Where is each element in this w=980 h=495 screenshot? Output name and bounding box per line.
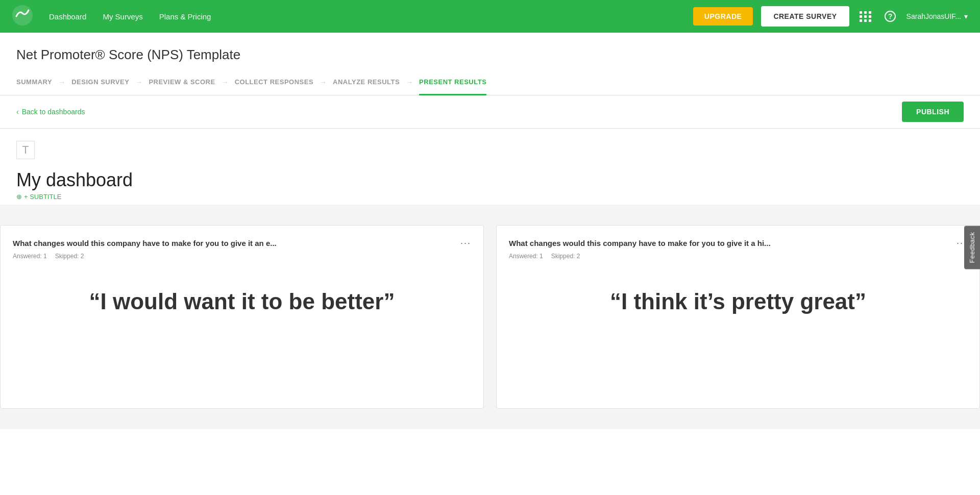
text-icon-row: T <box>16 137 964 163</box>
step-design-survey[interactable]: DESIGN SURVEY <box>71 69 129 95</box>
card-2-question: What changes would this company have to … <box>509 238 950 249</box>
toolbar: ‹ Back to dashboards PUBLISH <box>0 95 980 129</box>
card-1-header: What changes would this company have to … <box>13 238 471 249</box>
page-title: Net Promoter® Score (NPS) Template <box>16 47 964 63</box>
logo[interactable] <box>12 5 33 28</box>
chevron-left-icon: ‹ <box>16 108 19 116</box>
subtitle-label: + SUBTITLE <box>24 193 61 201</box>
dashboard-title: My dashboard <box>16 169 964 191</box>
card-1-quote: “I would want it to be better” <box>13 268 471 328</box>
card-2: What changes would this company have to … <box>496 225 980 409</box>
cards-area: What changes would this company have to … <box>0 205 980 429</box>
card-2-meta: Answered: 1 Skipped: 2 <box>509 253 967 260</box>
create-survey-button[interactable]: CREATE SURVEY <box>761 6 849 27</box>
card-1: What changes would this company have to … <box>0 225 484 409</box>
step-arrow-1: → <box>58 78 65 86</box>
card-2-skipped: Skipped: 2 <box>551 253 580 260</box>
step-preview-score[interactable]: PREVIEW & SCORE <box>149 69 215 95</box>
text-type-icon[interactable]: T <box>16 141 35 159</box>
add-subtitle-link[interactable]: ⊕ + SUBTITLE <box>16 193 964 201</box>
user-name: SarahJonasUIF... <box>906 12 961 20</box>
step-arrow-2: → <box>135 78 142 86</box>
user-chevron: ▾ <box>964 12 968 20</box>
nav-dashboard[interactable]: Dashboard <box>49 10 86 23</box>
user-menu[interactable]: SarahJonasUIF... ▾ <box>906 12 968 20</box>
card-1-question: What changes would this company have to … <box>13 238 454 249</box>
step-arrow-4: → <box>320 78 327 86</box>
nav-my-surveys[interactable]: My Surveys <box>103 10 142 23</box>
page-title-area: Net Promoter® Score (NPS) Template <box>0 33 980 69</box>
upgrade-button[interactable]: UPGRADE <box>693 7 753 26</box>
card-2-answered: Answered: 1 <box>509 253 543 260</box>
step-analyze-results[interactable]: ANALYZE RESULTS <box>333 69 400 95</box>
publish-button[interactable]: PUBLISH <box>902 102 964 122</box>
dashboard-title-area: My dashboard ⊕ + SUBTITLE <box>16 163 964 205</box>
help-icon[interactable]: ? <box>882 8 898 24</box>
step-arrow-3: → <box>222 78 229 86</box>
step-arrow-5: → <box>406 78 413 86</box>
card-1-meta: Answered: 1 Skipped: 2 <box>13 253 471 260</box>
plus-icon: ⊕ <box>16 193 22 201</box>
back-to-dashboards-link[interactable]: ‹ Back to dashboards <box>16 108 85 116</box>
svg-point-0 <box>12 5 33 26</box>
navbar: Dashboard My Surveys Plans & Pricing UPG… <box>0 0 980 33</box>
step-present-results[interactable]: PRESENT RESULTS <box>419 69 486 95</box>
card-2-header: What changes would this company have to … <box>509 238 967 249</box>
grid-icon[interactable] <box>857 8 874 24</box>
card-1-skipped: Skipped: 2 <box>55 253 84 260</box>
step-collect-responses[interactable]: COLLECT RESPONSES <box>235 69 313 95</box>
feedback-tab[interactable]: Feedback <box>964 226 980 269</box>
back-label: Back to dashboards <box>22 108 85 116</box>
card-1-menu-icon[interactable]: ··· <box>460 238 471 249</box>
svg-text:?: ? <box>888 12 892 20</box>
nav-plans-pricing[interactable]: Plans & Pricing <box>159 10 211 23</box>
card-2-quote: “I think it’s pretty great” <box>509 268 967 328</box>
step-summary[interactable]: SUMMARY <box>16 69 52 95</box>
content-area: T My dashboard ⊕ + SUBTITLE <box>0 129 980 205</box>
card-1-answered: Answered: 1 <box>13 253 47 260</box>
step-navigation: SUMMARY → DESIGN SURVEY → PREVIEW & SCOR… <box>0 69 980 95</box>
